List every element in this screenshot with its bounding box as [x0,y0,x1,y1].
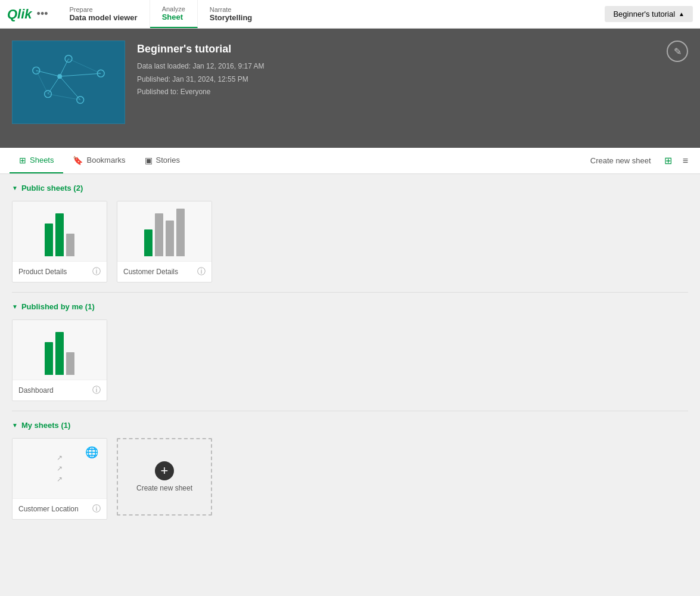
sheets-icon: ⊞ [19,156,26,165]
published-by-me-header[interactable]: ▼ Published by me (1) [12,302,688,311]
public-sheets-grid: Product Details ⓘ Customer Details ⓘ [12,201,688,283]
customer-details-name: Customer Details [123,268,178,276]
nav-narrate-bottom: Storytelling [210,13,253,22]
app-thumbnail [12,41,125,124]
dashboard-footer: Dashboard ⓘ [13,380,107,401]
breadcrumb-button[interactable]: Beginner's tutorial ▲ [605,6,693,22]
my-sheets-header[interactable]: ▼ My sheets (1) [12,421,688,430]
my-sheets-grid: 🌐 ↗ ↗ ↗ Customer Location [12,438,688,520]
app-title: Beginner's tutorial [137,43,264,55]
nav-prepare-bottom: Data model viewer [69,13,137,22]
tab-bar: ⊞ Sheets 🔖 Bookmarks ▣ Stories Create ne… [0,148,700,174]
app-info: Beginner's tutorial Data last loaded: Ja… [137,41,264,99]
qlik-logo-text: Qlik [7,7,32,22]
tab-bookmarks-label: Bookmarks [86,156,125,164]
arrow-row-2: ↗ [57,464,63,473]
nav-narrate[interactable]: Narrate Storytelling [198,0,265,28]
divider-2 [12,411,688,411]
sheet-card-dashboard[interactable]: Dashboard ⓘ [12,319,107,401]
my-sheets-chevron-icon: ▼ [12,422,18,429]
app-header-panel: Beginner's tutorial Data last loaded: Ja… [0,29,700,148]
arrow-out-icon-2: ↗ [57,464,63,473]
list-view-button[interactable]: ≡ [680,153,690,169]
edit-button[interactable]: ✎ [667,41,688,62]
bar-2 [55,213,64,256]
public-sheets-title: Public sheets (2) [21,184,83,193]
chevron-up-icon: ▲ [679,11,685,17]
create-new-sheet-card[interactable]: + Create new sheet [117,438,212,516]
tab-actions: Create new sheet ⊞ ≡ [586,153,690,169]
customer-details-footer: Customer Details ⓘ [117,261,211,282]
published-by-me-title: Published by me (1) [21,302,95,311]
arrow-out-icon: ↗ [57,454,63,462]
globe-icon: 🌐 [85,446,98,459]
my-sheets-section: ▼ My sheets (1) 🌐 ↗ ↗ ↗ [12,421,688,520]
bar-3 [166,221,174,256]
arrow-row-3: ↗ [57,475,63,483]
my-sheets-title: My sheets (1) [21,421,70,430]
bar-2 [155,213,163,256]
customer-location-info-icon[interactable]: ⓘ [92,504,101,514]
top-navigation: Qlik ••• Prepare Data model viewer Analy… [0,0,700,29]
published-by-me-grid: Dashboard ⓘ [12,319,688,401]
dashboard-info-icon[interactable]: ⓘ [92,385,101,396]
bar-3 [66,352,74,375]
public-sheets-chevron-icon: ▼ [12,185,18,191]
breadcrumb-label: Beginner's tutorial [613,10,675,18]
stories-icon: ▣ [145,156,153,165]
published-by-me-section: ▼ Published by me (1) Dashboard ⓘ [12,302,688,401]
published-by-me-chevron-icon: ▼ [12,303,18,310]
tab-stories[interactable]: ▣ Stories [135,148,189,173]
bar-3 [66,234,74,256]
svg-rect-0 [13,41,124,123]
dashboard-name: Dashboard [18,386,54,395]
bar-1 [45,342,53,375]
location-arrows: ↗ ↗ ↗ [57,454,63,483]
dashboard-preview [13,320,107,380]
qlik-logo[interactable]: Qlik ••• [7,7,48,22]
bookmarks-icon: 🔖 [73,156,83,165]
product-details-preview [13,201,107,261]
tab-stories-label: Stories [156,156,180,164]
nav-prepare[interactable]: Prepare Data model viewer [57,0,150,28]
nav-prepare-top: Prepare [69,6,137,13]
create-new-sheet-label: Create new sheet [136,484,192,492]
qlik-menu-dots[interactable]: ••• [37,8,48,20]
customer-details-preview [117,201,211,261]
public-sheets-header[interactable]: ▼ Public sheets (2) [12,184,688,193]
bar-4 [176,209,185,256]
customer-location-name: Customer Location [18,505,79,513]
product-details-footer: Product Details ⓘ [13,261,107,282]
sheet-card-customer-location[interactable]: 🌐 ↗ ↗ ↗ Customer Location [12,438,107,520]
divider-1 [12,292,688,293]
public-sheets-section: ▼ Public sheets (2) Product Details ⓘ [12,184,688,283]
grid-view-button[interactable]: ⊞ [662,153,674,169]
sheet-card-customer-details[interactable]: Customer Details ⓘ [117,201,212,283]
tab-sheets-label: Sheets [30,156,54,164]
product-details-info-icon[interactable]: ⓘ [92,266,101,277]
bar-1 [45,224,53,256]
product-details-name: Product Details [18,268,67,276]
nav-analyze-bottom: Sheet [162,13,185,21]
bar-2 [55,332,64,375]
create-new-sheet-header-button[interactable]: Create new sheet [586,154,656,167]
sheet-card-product-details[interactable]: Product Details ⓘ [12,201,107,283]
arrow-row-1: ↗ [57,454,63,462]
nav-analyze-top: Analyze [162,5,185,13]
tab-sheets[interactable]: ⊞ Sheets [10,148,63,173]
customer-location-footer: Customer Location ⓘ [13,498,107,519]
customer-location-preview: 🌐 ↗ ↗ ↗ [13,439,107,498]
nav-narrate-top: Narrate [210,6,253,13]
customer-details-info-icon[interactable]: ⓘ [197,266,206,277]
arrow-out-icon-3: ↗ [57,475,63,483]
tab-bookmarks[interactable]: 🔖 Bookmarks [63,148,135,173]
bar-1 [144,229,153,256]
create-plus-icon: + [155,461,174,480]
content-area: ▼ Public sheets (2) Product Details ⓘ [0,174,700,539]
app-data-loaded: Data last loaded: Jan 12, 2016, 9:17 AM … [137,60,264,99]
nav-analyze[interactable]: Analyze Sheet [150,0,198,28]
